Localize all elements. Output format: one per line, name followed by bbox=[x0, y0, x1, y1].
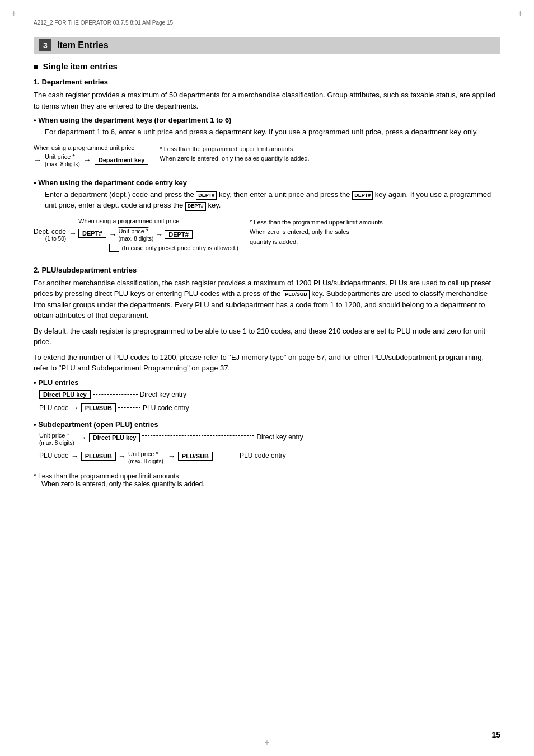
bottom-crosshair: + bbox=[264, 738, 269, 748]
sub-key1: PLU/SUB bbox=[81, 452, 116, 461]
note1-line1: * Less than the programmed upper limit a… bbox=[160, 144, 500, 154]
diag2-key1: DEPT# bbox=[78, 229, 106, 238]
section-number: 3 bbox=[39, 39, 51, 51]
plu-intro1: For another merchandise classification, … bbox=[34, 278, 500, 321]
page-number: 15 bbox=[491, 730, 500, 739]
diag2-label: When using a programmed unit price bbox=[78, 218, 238, 224]
bullet1-section: When using the department keys (for depa… bbox=[34, 116, 500, 171]
footer-notes: * Less than the programmed upper limit a… bbox=[34, 472, 500, 488]
plu-key2: PLU/SUB bbox=[81, 403, 116, 412]
dept-intro: The cash register provides a maximum of … bbox=[34, 90, 500, 111]
unit-price-stack: Unit price * (max. 8 digits) bbox=[45, 153, 80, 167]
bullet2-title: When using the department code entry key bbox=[34, 179, 500, 187]
bullet2-text4: key. bbox=[208, 201, 221, 209]
plu-bullet-title: PLU entries bbox=[34, 378, 500, 387]
bullet2-section: When using the department code entry key… bbox=[34, 179, 500, 252]
subdept-unit-stack1: Unit price * (max. 8 digits) bbox=[39, 432, 74, 446]
diag2-sub: (max. 8 digits) bbox=[119, 236, 154, 242]
dashed-line2 bbox=[118, 407, 140, 408]
header-text: A212_2 FOR THE OPERATOR 03.7.5 8:01 AM P… bbox=[34, 20, 173, 26]
section-header: 3 Item Entries bbox=[34, 37, 500, 54]
bullet2-text1: Enter a department (dept.) code and pres… bbox=[45, 190, 194, 199]
bullet2-text: Enter a department (dept.) code and pres… bbox=[45, 189, 500, 211]
bracket-icon bbox=[109, 244, 119, 252]
arrow-sub3-icon: → bbox=[118, 452, 126, 461]
arrow1-icon: → bbox=[69, 229, 77, 238]
subdept-diagram: Unit price * (max. 8 digits) → Direct PL… bbox=[39, 432, 500, 464]
plu-direct-entry: Direct key entry bbox=[140, 391, 186, 398]
subdept-bullet-section: Subdepartment (open PLU) entries Unit pr… bbox=[34, 420, 500, 464]
sub-key2: PLU/SUB bbox=[178, 452, 213, 461]
subdept-row2: PLU code → PLU/SUB → Unit price * (max. … bbox=[39, 450, 500, 464]
dashed-line1 bbox=[93, 394, 138, 395]
bullet2-key3: DEPT# bbox=[185, 202, 206, 211]
sub-unit-label: Unit price * bbox=[39, 432, 74, 439]
page-header: A212_2 FOR THE OPERATOR 03.7.5 8:01 AM P… bbox=[34, 17, 500, 26]
diagram2: When using a programmed unit price Dept.… bbox=[34, 218, 500, 252]
note2-line1: * Less than the programmed upper limit a… bbox=[250, 218, 500, 228]
subdept-row1: Unit price * (max. 8 digits) → Direct PL… bbox=[39, 432, 500, 446]
plu-key-inline: PLU/SUB bbox=[283, 290, 310, 299]
subdept-unit-stack2: Unit price * (max. 8 digits) bbox=[128, 450, 163, 464]
note1-line2: When zero is entered, only the sales qua… bbox=[160, 154, 500, 164]
bullet1-text: For department 1 to 6, enter a unit pric… bbox=[45, 126, 500, 138]
arrow2-icon: → bbox=[109, 230, 117, 239]
diag2-key2: DEPT# bbox=[165, 230, 192, 239]
footer-note1: * Less than the programmed upper limit a… bbox=[34, 472, 500, 480]
plu-row2: PLU code → PLU/SUB PLU code entry bbox=[39, 403, 500, 412]
dept-entries-title: 1. Department entries bbox=[34, 78, 500, 86]
diagram2-left: When using a programmed unit price Dept.… bbox=[34, 218, 238, 252]
sub-max: (max. 8 digits) bbox=[39, 440, 74, 446]
plu-intro2: By default, the cash register is preprog… bbox=[34, 326, 500, 348]
subdept-bullet-title: Subdepartment (open PLU) entries bbox=[34, 420, 500, 429]
sub-unit2: Unit price * bbox=[128, 450, 163, 457]
diag2-branch: → Unit price * (max. 8 digits) → DEPT# ( bbox=[109, 228, 238, 252]
bullet2-text2: key, then enter a unit price and press t… bbox=[219, 190, 350, 199]
diagram1-left: When using a programmed unit price → Uni… bbox=[34, 144, 148, 171]
plu-row1: Direct PLU key Direct key entry bbox=[39, 390, 500, 399]
sub-section-title: Single item entries bbox=[34, 62, 500, 71]
diag2-bottom-path: (In case only preset price entry is allo… bbox=[109, 244, 238, 252]
diag2-top-path: → Unit price * (max. 8 digits) → DEPT# bbox=[109, 228, 238, 242]
diag1-unit: Unit price * bbox=[45, 153, 80, 160]
section-title: Item Entries bbox=[57, 40, 109, 50]
sub-direct-entry: Direct key entry bbox=[256, 433, 303, 441]
bullet1-title: When using the department keys (for depa… bbox=[34, 116, 500, 124]
plu-title: 2. PLU/subdepartment entries bbox=[34, 266, 500, 274]
arrow-sub4-icon: → bbox=[168, 452, 176, 461]
arrow-sub2-icon: → bbox=[71, 452, 79, 461]
bullet2-key2: DEPT# bbox=[352, 191, 373, 200]
arrow-in-icon: → bbox=[34, 156, 41, 165]
bullet2-key1: DEPT# bbox=[196, 191, 217, 200]
diagram1: When using a programmed unit price → Uni… bbox=[34, 144, 500, 171]
diag1-label: When using a programmed unit price bbox=[34, 144, 148, 151]
dashed-line3 bbox=[142, 435, 254, 436]
diag2-label-col: Dept. code (1 to 50) bbox=[34, 228, 66, 242]
plu-bullet-section: PLU entries Direct PLU key Direct key en… bbox=[34, 378, 500, 412]
plu-intro3: To extend the number of PLU codes to 120… bbox=[34, 352, 500, 374]
divider bbox=[34, 260, 500, 260]
plu-code-entry: PLU code entry bbox=[143, 404, 189, 412]
footer-note2: When zero is entered, only the sales qua… bbox=[41, 480, 500, 488]
note2-line3: quantity is added. bbox=[250, 237, 500, 247]
sub-plu-code: PLU code bbox=[39, 452, 69, 459]
diag2-preset: (In case only preset price entry is allo… bbox=[122, 245, 238, 251]
diag2-range: (1 to 50) bbox=[45, 236, 66, 242]
diag1-dept-key: Department key bbox=[95, 156, 149, 165]
arrow-plu-icon: → bbox=[71, 403, 79, 412]
arrow-sub1-icon: → bbox=[79, 433, 87, 442]
note2-line2: When zero is entered, only the sales bbox=[250, 227, 500, 237]
diag1-row: → Unit price * (max. 8 digits) → Departm… bbox=[34, 153, 148, 167]
plu-code-label: PLU code bbox=[39, 404, 69, 412]
diagram2-right: * Less than the programmed upper limit a… bbox=[250, 218, 500, 247]
diag2-unit-stack: Unit price * (max. 8 digits) bbox=[119, 228, 154, 242]
diag2-unit: Unit price * bbox=[119, 228, 154, 234]
sub-plu-entry: PLU code entry bbox=[240, 452, 286, 459]
arrow-middle-icon: → bbox=[83, 156, 91, 165]
sub-max2: (max. 8 digits) bbox=[128, 458, 163, 464]
diag1-sub: (max. 8 digits) bbox=[45, 161, 80, 167]
diag2-dept-code: Dept. code bbox=[34, 228, 66, 236]
plu-diagram: Direct PLU key Direct key entry PLU code… bbox=[39, 390, 500, 412]
diagram1-right: * Less than the programmed upper limit a… bbox=[160, 144, 500, 164]
sub-direct-key: Direct PLU key bbox=[89, 433, 140, 442]
